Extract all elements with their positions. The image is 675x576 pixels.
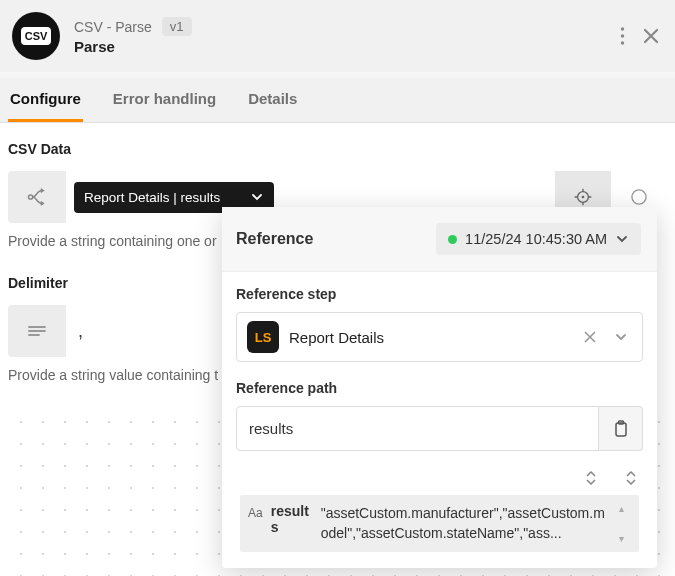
reference-popover: Reference 11/25/24 10:45:30 AM Reference…: [222, 207, 657, 568]
svg-point-3: [28, 195, 32, 199]
version-chip: v1: [162, 17, 192, 36]
svg-rect-7: [616, 423, 626, 436]
header-actions: [620, 27, 659, 45]
reference-path-row: results: [236, 406, 643, 451]
mini-controls: [236, 469, 643, 495]
csv-data-label: CSV Data: [8, 141, 667, 157]
header-titles: CSV - Parse v1 Parse: [74, 17, 620, 55]
reference-step-label: Reference step: [236, 286, 643, 302]
svg-point-1: [621, 34, 624, 37]
svg-point-2: [621, 41, 624, 44]
tab-details[interactable]: Details: [246, 78, 299, 122]
status-dot-icon: [448, 235, 457, 244]
module-subtitle: Parse: [74, 38, 620, 55]
result-row[interactable]: Aa results "assetCustom.manufacturer","a…: [240, 495, 639, 552]
svg-point-6: [632, 190, 646, 204]
timestamp-pill[interactable]: 11/25/24 10:45:30 AM: [436, 223, 641, 255]
scrollbar[interactable]: ▴▾: [619, 503, 631, 544]
step-logo-icon: LS: [247, 321, 279, 353]
tab-configure[interactable]: Configure: [8, 78, 83, 122]
tabs: Configure Error handling Details: [0, 78, 675, 123]
clipboard-button[interactable]: [599, 406, 643, 451]
chevron-down-icon[interactable]: [610, 330, 632, 344]
delimiter-value: ,: [78, 321, 83, 342]
collapse-icon[interactable]: [585, 471, 597, 485]
type-string-icon: Aa: [248, 503, 263, 520]
chevron-down-icon: [250, 190, 264, 204]
tab-error-handling[interactable]: Error handling: [111, 78, 218, 122]
timestamp-text: 11/25/24 10:45:30 AM: [465, 231, 607, 247]
step-name: Report Details: [289, 329, 570, 346]
expand-icon[interactable]: [625, 471, 637, 485]
svg-point-5: [582, 196, 585, 199]
result-value: "assetCustom.manufacturer","assetCustom.…: [321, 503, 611, 544]
reference-path-value: results: [249, 420, 293, 437]
svg-point-0: [621, 27, 624, 30]
page-header: CSV CSV - Parse v1 Parse: [0, 0, 675, 72]
module-icon: CSV: [12, 12, 60, 60]
more-icon[interactable]: [620, 27, 625, 45]
text-icon[interactable]: [8, 305, 66, 357]
popover-title: Reference: [236, 230, 426, 248]
result-key: results: [271, 503, 313, 535]
close-icon[interactable]: [643, 28, 659, 44]
mapping-icon[interactable]: [8, 171, 66, 223]
reference-chip-label: Report Details | results: [84, 190, 220, 205]
chevron-down-icon: [615, 232, 629, 246]
reference-path-label: Reference path: [236, 380, 643, 396]
module-title: CSV - Parse: [74, 19, 152, 35]
popover-body: Reference step LS Report Details Referen…: [222, 272, 657, 568]
clear-step-icon[interactable]: [580, 331, 600, 343]
reference-path-input[interactable]: results: [236, 406, 599, 451]
popover-header: Reference 11/25/24 10:45:30 AM: [222, 207, 657, 272]
csv-badge: CSV: [21, 27, 52, 45]
reference-step-select[interactable]: LS Report Details: [236, 312, 643, 362]
